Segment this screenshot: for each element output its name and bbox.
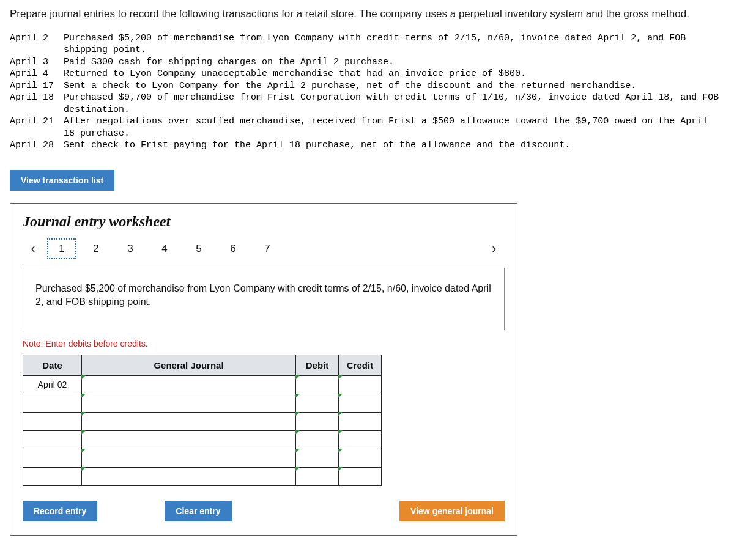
- table-row: [23, 467, 382, 485]
- date-cell[interactable]: [23, 467, 82, 485]
- view-general-journal-button[interactable]: View general journal: [399, 501, 505, 521]
- transaction-row: April 21After negotiations over scuffed …: [10, 116, 724, 139]
- dropdown-indicator-icon: [295, 467, 300, 471]
- general-journal-cell[interactable]: [82, 375, 296, 394]
- debit-cell[interactable]: [296, 394, 339, 412]
- debit-cell[interactable]: [296, 467, 339, 485]
- general-journal-cell[interactable]: [82, 394, 296, 412]
- table-row: [23, 394, 382, 412]
- transaction-list: April 2Purchased $5,200 of merchandise f…: [10, 32, 724, 152]
- debit-cell[interactable]: [296, 375, 339, 394]
- credit-cell[interactable]: [339, 394, 382, 412]
- worksheet-tab-2[interactable]: 2: [81, 238, 111, 259]
- worksheet-action-row: Record entry Clear entry View general jo…: [10, 486, 517, 535]
- journal-worksheet-panel: Journal entry worksheet ‹ 1 2 3 4 5 6 7 …: [10, 203, 517, 536]
- debit-cell[interactable]: [296, 430, 339, 449]
- transaction-row: April 28Sent check to Frist paying for t…: [10, 139, 724, 152]
- date-cell[interactable]: [23, 412, 82, 430]
- general-journal-cell[interactable]: [82, 467, 296, 485]
- general-journal-cell[interactable]: [82, 412, 296, 430]
- transaction-row: April 4Returned to Lyon Company unaccept…: [10, 68, 724, 80]
- dropdown-indicator-icon: [295, 430, 300, 435]
- credit-cell[interactable]: [339, 375, 382, 394]
- worksheet-tab-6[interactable]: 6: [218, 238, 248, 259]
- dropdown-indicator-icon: [81, 467, 86, 471]
- transaction-row: April 3Paid $300 cash for shipping charg…: [10, 56, 724, 68]
- worksheet-tab-5[interactable]: 5: [184, 238, 213, 259]
- date-cell[interactable]: [23, 394, 82, 412]
- date-cell[interactable]: [23, 430, 82, 449]
- transaction-row: April 17Sent a check to Lyon Company for…: [10, 80, 724, 92]
- worksheet-tab-3[interactable]: 3: [116, 238, 145, 259]
- table-row: [23, 412, 382, 430]
- dropdown-indicator-icon: [338, 394, 343, 398]
- dropdown-indicator-icon: [295, 412, 300, 416]
- credit-cell[interactable]: [339, 430, 382, 449]
- table-row: April 02: [23, 375, 382, 394]
- dropdown-indicator-icon: [338, 467, 343, 471]
- transaction-description: Purchased $5,200 of merchandise from Lyo…: [23, 268, 505, 330]
- credit-cell[interactable]: [339, 449, 382, 467]
- date-cell[interactable]: [23, 449, 82, 467]
- credit-cell[interactable]: [339, 412, 382, 430]
- clear-entry-button[interactable]: Clear entry: [165, 501, 231, 521]
- header-credit: Credit: [339, 355, 382, 375]
- debit-credit-note: Note: Enter debits before credits.: [10, 330, 517, 355]
- dropdown-indicator-icon: [338, 430, 343, 435]
- view-transaction-list-button[interactable]: View transaction list: [10, 170, 114, 191]
- general-journal-cell[interactable]: [82, 430, 296, 449]
- dropdown-indicator-icon: [81, 430, 86, 435]
- dropdown-indicator-icon: [338, 449, 343, 453]
- worksheet-tab-7[interactable]: 7: [253, 238, 282, 259]
- worksheet-tab-1[interactable]: 1: [47, 238, 76, 259]
- dropdown-indicator-icon: [338, 412, 343, 416]
- worksheet-tab-nav: ‹ 1 2 3 4 5 6 7 ›: [10, 235, 517, 265]
- dropdown-indicator-icon: [338, 375, 343, 380]
- header-debit: Debit: [296, 355, 339, 375]
- dropdown-indicator-icon: [295, 375, 300, 380]
- header-general-journal: General Journal: [82, 355, 296, 375]
- journal-entry-table: Date General Journal Debit Credit April …: [23, 355, 382, 486]
- problem-instructions: Prepare journal entries to record the fo…: [10, 7, 724, 21]
- chevron-left-icon[interactable]: ‹: [23, 241, 43, 257]
- date-cell[interactable]: April 02: [23, 375, 82, 394]
- chevron-right-icon[interactable]: ›: [484, 241, 505, 257]
- debit-cell[interactable]: [296, 449, 339, 467]
- transaction-row: April 18Purchased $9,700 of merchandise …: [10, 92, 724, 116]
- dropdown-indicator-icon: [81, 412, 86, 416]
- dropdown-indicator-icon: [295, 449, 300, 453]
- debit-cell[interactable]: [296, 412, 339, 430]
- table-row: [23, 449, 382, 467]
- dropdown-indicator-icon: [81, 394, 86, 398]
- record-entry-button[interactable]: Record entry: [23, 501, 97, 521]
- table-row: [23, 430, 382, 449]
- worksheet-tab-4[interactable]: 4: [150, 238, 179, 259]
- transaction-row: April 2Purchased $5,200 of merchandise f…: [10, 32, 724, 56]
- dropdown-indicator-icon: [81, 449, 86, 453]
- credit-cell[interactable]: [339, 467, 382, 485]
- general-journal-cell[interactable]: [82, 449, 296, 467]
- dropdown-indicator-icon: [81, 375, 86, 380]
- dropdown-indicator-icon: [295, 394, 300, 398]
- worksheet-title: Journal entry worksheet: [10, 204, 517, 235]
- header-date: Date: [23, 355, 82, 375]
